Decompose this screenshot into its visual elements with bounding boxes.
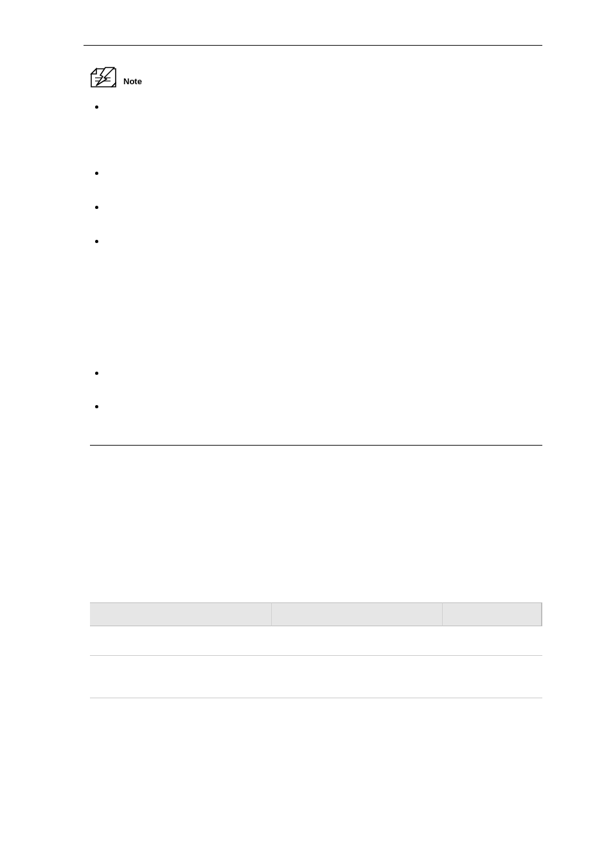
line [109,234,542,250]
table-header-cell [271,602,443,626]
line: &nbp; [109,149,542,165]
table-cell [443,656,542,699]
note-icon [90,66,118,88]
line [109,266,542,282]
line [109,250,542,266]
note-header: Note [90,66,542,88]
line [109,100,542,116]
table-wrap [90,602,542,698]
line [109,315,542,331]
line [109,216,542,232]
line [109,399,542,415]
table-head [90,602,542,626]
line [109,416,542,432]
table-header-cell [90,602,271,626]
table-cell [271,656,443,699]
top-rule [84,45,542,46]
line [109,348,542,364]
list-item [90,166,542,199]
line [109,183,542,199]
list-item [90,399,542,432]
note-label: Note [123,77,142,88]
line [109,166,542,182]
line [109,132,542,149]
note-bullet-list: &nbp; [90,100,542,432]
table-row [90,656,542,699]
table-body [90,626,542,698]
line [109,332,542,348]
section-gap [84,446,542,593]
table-header-row [90,602,542,626]
line [109,366,542,382]
line [109,382,542,398]
line [109,283,542,299]
data-table [90,602,542,698]
table-cell [90,656,271,699]
table-cell [90,626,271,656]
page: Note &nbp; [0,0,613,724]
list-item [90,366,542,399]
table-cell [271,626,443,656]
line [109,299,542,315]
note-block: Note &nbp; [90,66,542,432]
line [109,116,542,132]
table-cell [443,626,542,656]
list-item: &nbp; [90,100,542,165]
table-row [90,626,542,656]
line [109,200,542,216]
table-header-cell [443,602,542,626]
list-item [90,234,542,365]
list-item [90,200,542,233]
